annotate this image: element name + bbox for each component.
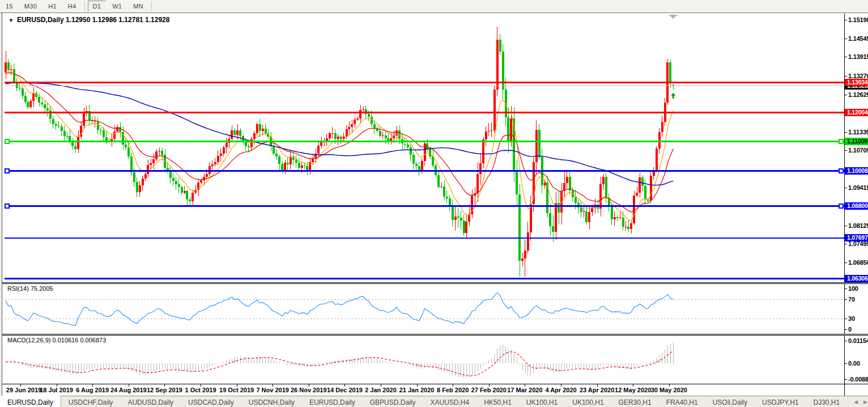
candle-body: [63, 131, 66, 136]
candle-body: [669, 62, 671, 83]
candle-body: [113, 132, 116, 138]
tab-scroll-right-icon[interactable]: ▶: [863, 399, 867, 405]
level-drag-handle[interactable]: [5, 204, 9, 208]
rsi-panel: RSI(14) 75.2005 10070300: [5, 284, 868, 334]
timeframe-button-w1[interactable]: W1: [107, 1, 127, 12]
chart-tab-xauusd-h4[interactable]: XAUUSD,H4: [423, 396, 476, 407]
level-drag-handle[interactable]: [5, 169, 9, 173]
price-tick-label: 1.12625: [845, 91, 868, 98]
chart-tab-uk100-h1[interactable]: UK100,H1: [519, 396, 565, 407]
chart-tab-uk100-h1[interactable]: UK100,H1: [565, 396, 611, 407]
macd-tick-label: -0.008858: [845, 376, 868, 383]
candle-body: [175, 181, 177, 184]
horizontal-level-line[interactable]: [5, 278, 844, 279]
candle-body: [566, 177, 568, 183]
timeframe-button-h4[interactable]: H4: [63, 1, 82, 12]
timeframe-button-d1[interactable]: D1: [88, 1, 107, 12]
candle-body: [10, 69, 12, 70]
candle-body: [46, 108, 49, 111]
toolbar-separator: [151, 2, 152, 11]
timeframe-button-h1[interactable]: H1: [43, 1, 62, 12]
price-tick-label: 1.10705: [845, 147, 868, 154]
candle-body: [178, 184, 180, 187]
candle-body: [639, 177, 641, 193]
candle-body: [125, 145, 127, 148]
chart-tab-usdchf-daily[interactable]: USDCHF,Daily: [61, 396, 121, 407]
candle-body: [77, 137, 79, 149]
horizontal-level-line[interactable]: [5, 238, 844, 239]
candle-body: [225, 143, 228, 147]
candle-body: [524, 251, 526, 259]
candle-body: [633, 196, 635, 223]
candle-body: [410, 147, 412, 155]
candle-body: [426, 143, 428, 149]
candle-body: [552, 226, 554, 232]
candle-body: [527, 232, 529, 251]
candle-body: [74, 146, 76, 149]
candle-body: [150, 163, 152, 166]
date-axis[interactable]: 29 Jun 201918 Jul 20196 Aug 201924 Aug 2…: [5, 384, 868, 396]
candle-body: [184, 191, 186, 193]
candle-body: [32, 93, 35, 101]
candle-body: [44, 104, 46, 109]
timeframe-button-15[interactable]: 15: [1, 1, 18, 12]
candle-body: [13, 69, 15, 82]
candle-body: [139, 185, 141, 193]
candle-body: [622, 218, 624, 227]
candle-body: [616, 217, 619, 218]
level-drag-handle[interactable]: [5, 139, 9, 143]
timeframe-button-m30[interactable]: M30: [19, 1, 42, 12]
chart-tab-ger30-h1[interactable]: GER30,H1: [611, 396, 659, 407]
chart-tab-usdcad-daily[interactable]: USDCAD,Daily: [181, 396, 241, 407]
candle-body: [530, 204, 532, 232]
date-tick-label: 7 Nov 2019: [256, 387, 288, 393]
candle-body: [295, 160, 297, 163]
chart-tab-usdjpy-h1[interactable]: USDJPY,H1: [755, 396, 806, 407]
macd-label: MACD(12,26,9) 0.010616 0.006873: [7, 337, 106, 344]
price-tick-label: 1.14545: [845, 35, 868, 42]
price-axis[interactable]: 1.151901.145451.139151.132701.126251.113…: [844, 14, 868, 282]
candle-body: [275, 154, 278, 157]
horizontal-level-line[interactable]: [5, 112, 844, 113]
candle-body: [656, 149, 658, 170]
candle-body: [331, 133, 334, 134]
date-tick-label: 18 Jul 2019: [40, 387, 73, 393]
candle-body: [83, 112, 85, 126]
chart-tab-fra40-h1[interactable]: FRA40,H1: [659, 396, 705, 407]
candle-body: [265, 129, 267, 133]
horizontal-level-line[interactable]: [5, 82, 844, 83]
rsi-line: [6, 292, 673, 325]
chart-tab-usoil-daily[interactable]: USOil,Daily: [705, 396, 755, 407]
chart-tab-dj30-h1[interactable]: DJ30,H1: [806, 396, 848, 407]
collapse-triangle-icon[interactable]: ▼: [8, 18, 14, 23]
chart-tab-eurusd-daily[interactable]: EURUSD,Daily: [0, 396, 61, 407]
candle-body: [301, 166, 303, 168]
horizontal-level-line[interactable]: [5, 170, 844, 172]
candle-body: [334, 133, 337, 139]
candle-body: [580, 207, 582, 213]
level-drag-handle[interactable]: [839, 169, 843, 173]
candle-body: [449, 198, 451, 205]
price-tick-label: 1.15190: [845, 16, 868, 23]
candle-body: [393, 135, 395, 138]
chart-tab-gbpusd-daily[interactable]: GBPUSD,Daily: [363, 396, 423, 407]
horizontal-level-line[interactable]: [5, 141, 844, 142]
level-drag-handle[interactable]: [839, 139, 843, 143]
chart-shift-marker-icon[interactable]: [669, 15, 678, 19]
candle-body: [440, 186, 442, 187]
price-tick-label: 1.08125: [845, 222, 868, 229]
level-drag-handle[interactable]: [839, 204, 843, 208]
rsi-tick-label: 0: [845, 326, 852, 333]
candle-body: [630, 223, 632, 229]
candle-body: [385, 135, 387, 138]
candle-body: [535, 130, 538, 162]
chart-tab-usdcnh-daily[interactable]: USDCNH,Daily: [241, 396, 302, 407]
candle-body: [38, 97, 40, 103]
tab-scroll-left-icon[interactable]: ◀: [854, 399, 858, 405]
timeframe-button-mn[interactable]: MN: [128, 1, 148, 12]
horizontal-level-line[interactable]: [5, 205, 844, 207]
chart-tab-audusd-daily[interactable]: AUDUSD,Daily: [120, 396, 181, 407]
candle-body: [211, 164, 214, 166]
chart-tab-eurusd-daily[interactable]: EURUSD,Daily: [302, 396, 363, 407]
chart-tab-hk50-h1[interactable]: HK50,H1: [476, 396, 519, 407]
